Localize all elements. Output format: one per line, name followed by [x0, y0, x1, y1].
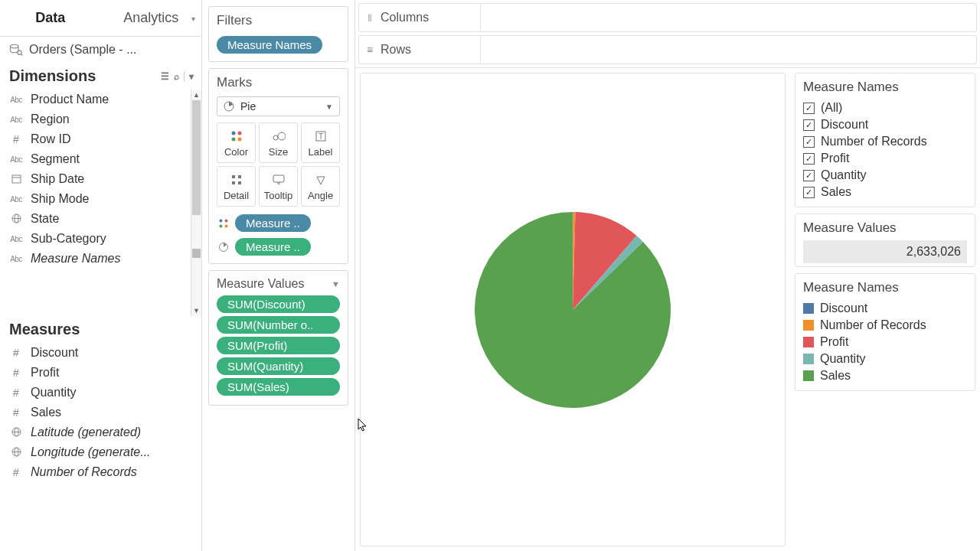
- marks-angle-button[interactable]: Angle: [301, 166, 340, 207]
- field-ship-date[interactable]: Ship Date: [0, 169, 201, 189]
- rows-drop-zone[interactable]: [480, 36, 976, 64]
- field-row-id[interactable]: #Row ID: [0, 129, 201, 149]
- filter-check-number-of-records[interactable]: ✓Number of Records: [803, 133, 967, 150]
- field-product-name[interactable]: AbcProduct Name: [0, 90, 201, 109]
- field-longitude-generate-[interactable]: Longitude (generate...: [0, 442, 201, 462]
- svg-point-16: [231, 138, 235, 142]
- svg-point-19: [278, 132, 286, 140]
- size-icon: [261, 128, 296, 145]
- dimensions-header: Dimensions ☰ ⌕ ▾: [0, 63, 201, 90]
- marks-detail-button[interactable]: Detail: [217, 166, 256, 207]
- mark-pill-row[interactable]: Measure ..: [217, 236, 340, 257]
- search-icon[interactable]: ⌕: [174, 71, 179, 82]
- viz-canvas[interactable]: [360, 73, 786, 546]
- legend-item-quantity[interactable]: Quantity: [803, 350, 967, 367]
- columns-icon: ⦀: [359, 11, 381, 24]
- scroll-down-icon[interactable]: ▼: [191, 305, 201, 316]
- main-area: ⦀ Columns ≡ Rows Measure Names ✓(All)✓Di…: [355, 0, 980, 551]
- filter-check-profit[interactable]: ✓Profit: [803, 150, 967, 167]
- mv-pill[interactable]: SUM(Number o..: [217, 316, 340, 334]
- field-label: Longitude (generate...: [31, 445, 151, 459]
- color-legend-panel: Measure Names DiscountNumber of RecordsP…: [795, 273, 975, 391]
- marks-label-button[interactable]: TLabel: [301, 122, 340, 163]
- field-segment[interactable]: AbcSegment: [0, 149, 201, 169]
- svg-rect-23: [238, 175, 241, 178]
- view-list-icon[interactable]: ☰: [161, 71, 169, 82]
- field-region[interactable]: AbcRegion: [0, 109, 201, 129]
- marks-color-button[interactable]: Color: [217, 122, 256, 163]
- svg-point-29: [220, 224, 223, 227]
- field-label: Product Name: [31, 93, 109, 106]
- tab-analytics[interactable]: Analytics ▾: [101, 0, 202, 36]
- legend-item-profit[interactable]: Profit: [803, 334, 967, 350]
- field-sub-category[interactable]: AbcSub-Category: [0, 229, 201, 249]
- field-label: Row ID: [31, 132, 70, 146]
- filter-item-label: Sales: [821, 185, 851, 199]
- svg-text:T: T: [318, 132, 322, 141]
- field-discount[interactable]: #Discount: [0, 343, 201, 363]
- marks-tooltip-button[interactable]: Tooltip: [259, 166, 298, 207]
- svg-point-27: [220, 219, 223, 222]
- svg-point-15: [237, 132, 241, 135]
- angle-icon: [303, 171, 338, 188]
- filter-check-quantity[interactable]: ✓Quantity: [803, 167, 967, 184]
- field-label: Ship Mode: [31, 192, 90, 206]
- mv-pill[interactable]: SUM(Profit): [217, 337, 340, 354]
- legend-label: Number of Records: [820, 318, 926, 332]
- field-latitude-generated-[interactable]: Latitude (generated): [0, 422, 201, 442]
- measure-values-panel-title: Measure Values: [803, 220, 967, 236]
- field-profit[interactable]: #Profit: [0, 363, 201, 383]
- field-sales[interactable]: #Sales: [0, 403, 201, 422]
- legend-item-sales[interactable]: Sales: [803, 367, 967, 384]
- svg-rect-2: [12, 175, 21, 183]
- mark-pill[interactable]: Measure ..: [235, 238, 311, 256]
- legend-title: Measure Names: [803, 280, 967, 295]
- rows-icon: ≡: [359, 44, 381, 56]
- filter-check--all-[interactable]: ✓(All): [803, 99, 967, 116]
- columns-shelf[interactable]: ⦀ Columns: [358, 3, 977, 32]
- svg-point-18: [273, 135, 278, 140]
- scroll-up-icon[interactable]: ▲: [191, 90, 201, 100]
- scrollbar-divider[interactable]: [192, 249, 201, 258]
- mv-pill[interactable]: SUM(Discount): [217, 295, 340, 313]
- scrollbar-thumb[interactable]: [192, 100, 201, 215]
- mark-pill-row[interactable]: Measure ..: [217, 213, 340, 233]
- legend-label: Sales: [820, 369, 851, 383]
- datasource-name: Orders (Sample - ...: [29, 43, 136, 57]
- shelves-column: Filters Measure Names Marks Pie ▼ Color …: [202, 0, 355, 551]
- field-state[interactable]: State: [0, 209, 201, 229]
- mv-pill[interactable]: SUM(Quantity): [217, 357, 340, 375]
- legend-label: Profit: [820, 335, 848, 349]
- chevron-down-icon: ▼: [325, 103, 333, 111]
- field-ship-mode[interactable]: AbcShip Mode: [0, 189, 201, 209]
- field-measure-names[interactable]: AbcMeasure Names: [0, 249, 201, 269]
- field-number-of-records[interactable]: #Number of Records: [0, 462, 201, 482]
- legend-item-number-of-records[interactable]: Number of Records: [803, 317, 967, 334]
- svg-point-14: [231, 132, 235, 135]
- analytics-dropdown-icon[interactable]: ▾: [191, 14, 195, 22]
- filter-panel-title: Measure Names: [803, 80, 967, 95]
- chevron-down-icon[interactable]: ▼: [332, 279, 340, 289]
- tab-data[interactable]: Data: [0, 0, 101, 36]
- measure-values-card: Measure Values ▼ SUM(Discount)SUM(Number…: [208, 270, 348, 406]
- marks-size-button[interactable]: Size: [259, 122, 298, 163]
- rows-shelf[interactable]: ≡ Rows: [358, 35, 977, 64]
- datasource-row[interactable]: Orders (Sample - ...: [0, 37, 201, 63]
- legend-item-discount[interactable]: Discount: [803, 300, 967, 317]
- measure-values-panel: Measure Values 2,633,026: [795, 214, 975, 267]
- mark-pill[interactable]: Measure ..: [235, 214, 311, 232]
- mark-type-selector[interactable]: Pie ▼: [217, 96, 340, 116]
- filter-item-label: (All): [821, 101, 842, 115]
- checkbox-icon: ✓: [803, 187, 815, 198]
- filter-check-sales[interactable]: ✓Sales: [803, 184, 967, 201]
- filter-check-discount[interactable]: ✓Discount: [803, 116, 967, 133]
- svg-point-1: [18, 51, 21, 54]
- field-quantity[interactable]: #Quantity: [0, 383, 201, 403]
- columns-drop-zone[interactable]: [480, 4, 976, 31]
- tooltip-icon: [261, 171, 296, 188]
- measures-title: Measures: [9, 321, 80, 338]
- mv-pill[interactable]: SUM(Sales): [217, 378, 340, 396]
- dimensions-menu-icon[interactable]: ▾: [184, 71, 194, 82]
- filter-pill-measure-names[interactable]: Measure Names: [217, 36, 322, 54]
- label-icon: T: [303, 128, 338, 145]
